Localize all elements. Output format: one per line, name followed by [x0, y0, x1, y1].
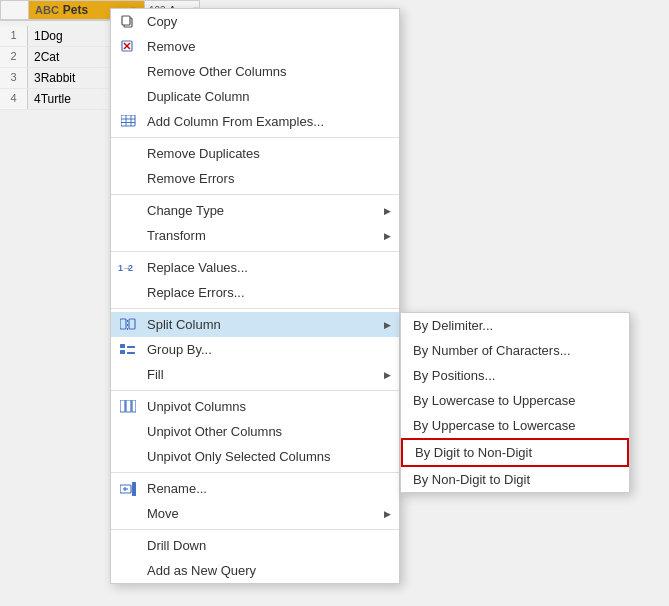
by-lowercase-uppercase-label: By Lowercase to Uppercase [413, 393, 576, 408]
separator-5 [111, 390, 399, 391]
submenu-by-uppercase-lowercase[interactable]: By Uppercase to Lowercase [401, 413, 629, 438]
row-num-2: 2 [0, 47, 28, 67]
fill-label: Fill [147, 367, 164, 382]
menu-item-unpivot-selected[interactable]: Unpivot Only Selected Columns [111, 444, 399, 469]
transform-label: Transform [147, 228, 206, 243]
add-column-icon [119, 113, 137, 131]
menu-item-copy[interactable]: Copy [111, 9, 399, 34]
menu-item-split-column[interactable]: Split Column By Delimiter... By Number o… [111, 312, 399, 337]
remove-errors-label: Remove Errors [147, 171, 234, 186]
by-uppercase-lowercase-label: By Uppercase to Lowercase [413, 418, 576, 433]
by-num-chars-label: By Number of Characters... [413, 343, 571, 358]
separator-6 [111, 472, 399, 473]
svg-rect-19 [127, 352, 135, 354]
submenu-by-positions[interactable]: By Positions... [401, 363, 629, 388]
menu-item-duplicate[interactable]: Duplicate Column [111, 84, 399, 109]
menu-item-remove[interactable]: Remove [111, 34, 399, 59]
replace-errors-label: Replace Errors... [147, 285, 245, 300]
by-positions-label: By Positions... [413, 368, 495, 383]
svg-rect-14 [129, 319, 135, 329]
separator-4 [111, 308, 399, 309]
svg-rect-20 [120, 400, 125, 412]
menu-item-remove-duplicates[interactable]: Remove Duplicates [111, 141, 399, 166]
submenu-by-delimiter[interactable]: By Delimiter... [401, 313, 629, 338]
group-by-icon [119, 341, 137, 359]
change-type-label: Change Type [147, 203, 224, 218]
menu-item-fill[interactable]: Fill [111, 362, 399, 387]
remove-other-label: Remove Other Columns [147, 64, 286, 79]
menu-item-unpivot-other[interactable]: Unpivot Other Columns [111, 419, 399, 444]
menu-item-add-new-query[interactable]: Add as New Query [111, 558, 399, 583]
context-menu: Copy Remove Remove Other Columns Duplica… [110, 8, 400, 584]
drill-down-label: Drill Down [147, 538, 206, 553]
split-column-label: Split Column [147, 317, 221, 332]
svg-rect-5 [121, 115, 135, 126]
separator-7 [111, 529, 399, 530]
unpivot-selected-label: Unpivot Only Selected Columns [147, 449, 331, 464]
unpivot-icon [119, 398, 137, 416]
separator-3 [111, 251, 399, 252]
pets-col-label: Pets [63, 3, 88, 17]
menu-item-remove-errors[interactable]: Remove Errors [111, 166, 399, 191]
group-by-label: Group By... [147, 342, 212, 357]
svg-rect-13 [120, 319, 126, 329]
replace-values-label: Replace Values... [147, 260, 248, 275]
menu-item-transform[interactable]: Transform [111, 223, 399, 248]
menu-item-change-type[interactable]: Change Type [111, 198, 399, 223]
row-num-4: 4 [0, 89, 28, 109]
menu-item-drill-down[interactable]: Drill Down [111, 533, 399, 558]
menu-item-replace-values[interactable]: 1 → 2 Replace Values... [111, 255, 399, 280]
row-number-header [1, 1, 29, 19]
menu-item-unpivot[interactable]: Unpivot Columns [111, 394, 399, 419]
rename-label: Rename... [147, 481, 207, 496]
move-label: Move [147, 506, 179, 521]
copy-label: Copy [147, 14, 177, 29]
submenu-by-lowercase-uppercase[interactable]: By Lowercase to Uppercase [401, 388, 629, 413]
duplicate-label: Duplicate Column [147, 89, 250, 104]
add-new-query-label: Add as New Query [147, 563, 256, 578]
menu-item-move[interactable]: Move [111, 501, 399, 526]
remove-duplicates-label: Remove Duplicates [147, 146, 260, 161]
svg-rect-16 [120, 344, 125, 348]
separator-1 [111, 137, 399, 138]
replace-values-icon: 1 → 2 [117, 259, 135, 277]
copy-icon [119, 13, 137, 31]
submenu-by-nondigit-digit[interactable]: By Non-Digit to Digit [401, 467, 629, 492]
menu-item-rename[interactable]: Rename... [111, 476, 399, 501]
menu-item-group-by[interactable]: Group By... [111, 337, 399, 362]
unpivot-other-label: Unpivot Other Columns [147, 424, 282, 439]
submenu-by-num-chars[interactable]: By Number of Characters... [401, 338, 629, 363]
by-delimiter-label: By Delimiter... [413, 318, 493, 333]
svg-rect-22 [132, 400, 136, 412]
svg-text:2: 2 [128, 263, 133, 273]
split-column-submenu: By Delimiter... By Number of Characters.… [400, 312, 630, 493]
rename-icon [119, 480, 137, 498]
submenu-by-digit-nondigit[interactable]: By Digit to Non-Digit [401, 438, 629, 467]
pets-col-type-icon: ABC [35, 4, 59, 16]
add-column-label: Add Column From Examples... [147, 114, 324, 129]
svg-rect-26 [132, 482, 136, 496]
remove-label: Remove [147, 39, 195, 54]
menu-item-remove-other[interactable]: Remove Other Columns [111, 59, 399, 84]
separator-2 [111, 194, 399, 195]
svg-rect-18 [127, 346, 135, 348]
menu-item-add-column[interactable]: Add Column From Examples... [111, 109, 399, 134]
svg-rect-21 [126, 400, 131, 412]
split-column-icon [119, 316, 137, 334]
remove-icon [119, 38, 137, 56]
menu-item-replace-errors[interactable]: Replace Errors... [111, 280, 399, 305]
svg-rect-17 [120, 350, 125, 354]
by-nondigit-digit-label: By Non-Digit to Digit [413, 472, 530, 487]
svg-rect-1 [122, 16, 130, 25]
unpivot-label: Unpivot Columns [147, 399, 246, 414]
row-num-1: 1 [0, 26, 28, 46]
row-num-3: 3 [0, 68, 28, 88]
by-digit-nondigit-label: By Digit to Non-Digit [415, 445, 532, 460]
